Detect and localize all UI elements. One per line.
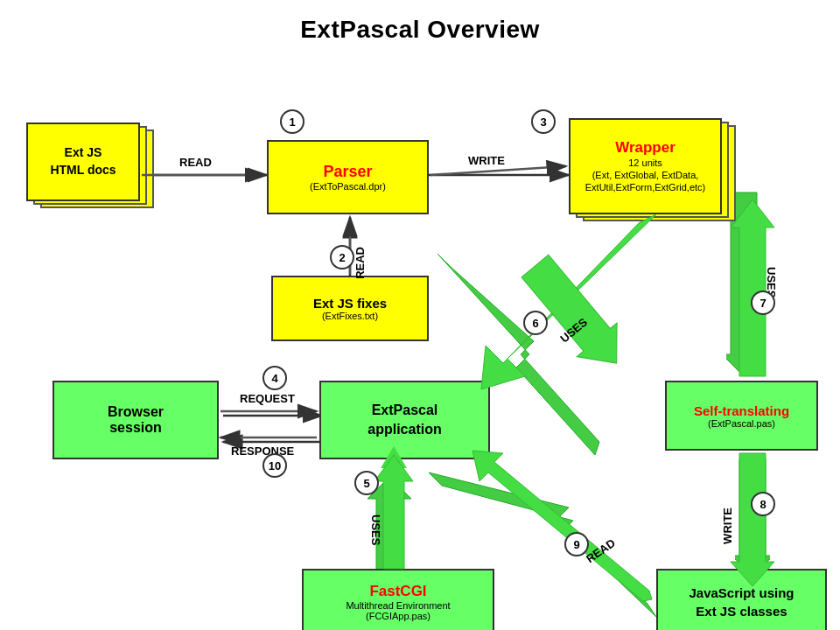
javascript-label: JavaScript usingExt JS classes [689, 584, 794, 620]
circle-2: 2 [330, 245, 354, 270]
parser-label: Parser [323, 163, 372, 181]
label-response-10: RESPONSE [231, 444, 294, 458]
browser-session-box: Browsersession [52, 381, 219, 459]
label-read-1: READ [179, 156, 212, 169]
ext-js-fixes-box: Ext JS fixes (ExtFixes.txt) [271, 276, 429, 341]
circle-7: 7 [751, 290, 775, 315]
wrapper-label: Wrapper [615, 139, 676, 157]
label-uses-5: USES [369, 514, 382, 545]
circle-1: 1 [280, 109, 304, 134]
page-title: ExtPascal Overview [0, 0, 840, 52]
circle-5: 5 [354, 471, 379, 495]
circle-6: 6 [523, 311, 548, 335]
label-read-2: READ [354, 247, 367, 279]
self-translating-sublabel: (ExtPascal.pas) [708, 418, 775, 429]
fastcgi-label: FastCGI [369, 583, 426, 600]
circle-9: 9 [564, 532, 589, 556]
arrow-8-write [735, 455, 770, 578]
self-translating-label: Self-translating [694, 403, 789, 418]
circle-10: 10 [262, 453, 287, 478]
extpascal-app-box: ExtPascalapplication [319, 381, 490, 459]
ext-js-label: Ext JSHTML docs [50, 144, 116, 178]
browser-session-label: Browsersession [108, 404, 164, 436]
ext-js-fixes-label: Ext JS fixes [313, 296, 387, 311]
svg-line-16 [430, 166, 566, 175]
ext-js-fixes-sublabel: (ExtFixes.txt) [322, 311, 378, 321]
wrapper-sublabel: 12 units(Ext, ExtGlobal, ExtData,ExtUtil… [585, 157, 706, 194]
javascript-box: JavaScript usingExt JS classes [656, 569, 827, 630]
circle-4: 4 [262, 366, 287, 390]
parser-box: Parser (ExtToPascal.dpr) [267, 140, 429, 214]
extpascal-app-label: ExtPascalapplication [368, 401, 441, 440]
label-write-8: WRITE [721, 508, 734, 544]
circle-8: 8 [751, 492, 775, 516]
self-translating-box: Self-translating (ExtPascal.pas) [665, 381, 818, 451]
parser-sublabel: (ExtToPascal.dpr) [310, 181, 386, 192]
svg-marker-11 [735, 459, 770, 573]
circle-3: 3 [531, 109, 556, 134]
fastcgi-box: FastCGI Multithread Environment(FCGIApp.… [302, 569, 494, 630]
label-write-3: WRITE [468, 154, 505, 167]
diagram: Ext JSHTML docs Parser (ExtToPascal.dpr)… [0, 52, 840, 630]
label-request-4: REQUEST [240, 392, 295, 405]
fastcgi-sublabel: Multithread Environment(FCGIApp.pas) [346, 600, 450, 621]
